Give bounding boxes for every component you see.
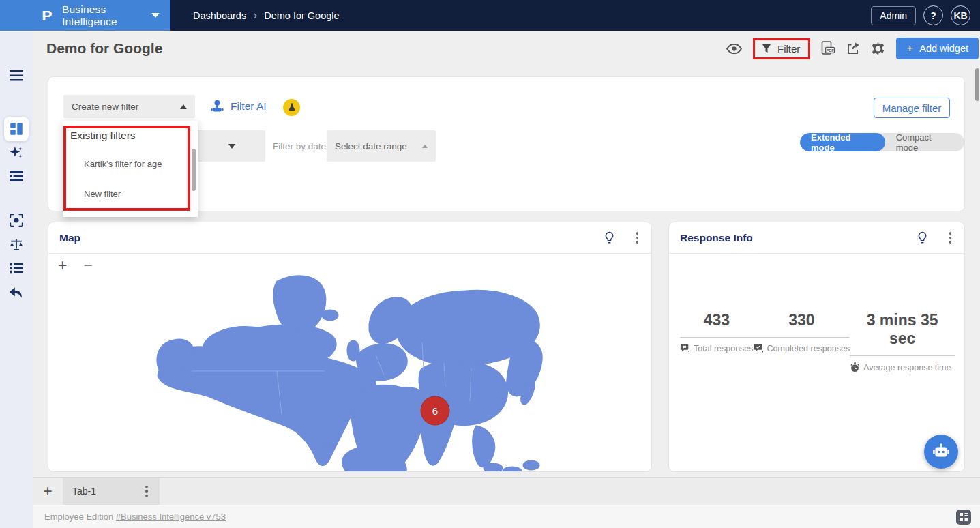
add-widget-label: Add widget: [919, 43, 968, 54]
stat-label: Average response time: [863, 363, 951, 372]
funnel-icon: [762, 44, 771, 53]
tab-1[interactable]: Tab-1: [63, 478, 160, 505]
mode-toggle: Extended mode Compact mode: [800, 133, 964, 151]
lightbulb-icon[interactable]: [917, 231, 927, 244]
response-info-header: Response Info: [669, 222, 964, 254]
sidebar-item-dashboards[interactable]: [4, 117, 29, 141]
flask-icon: [288, 103, 296, 112]
dashboard-toolbar: Demo for Google Filter PDF + Add widget: [33, 31, 980, 66]
tab-label: Tab-1: [72, 486, 96, 497]
add-widget-button[interactable]: + Add widget: [896, 38, 979, 59]
date-range-placeholder: Select date range: [335, 141, 407, 151]
filter-button-label: Filter: [777, 43, 800, 55]
header-actions: Admin ? KB: [871, 5, 970, 25]
plus-icon: +: [906, 42, 913, 55]
app-title: Business Intelligence: [62, 3, 151, 28]
date-range-select[interactable]: Select date range: [327, 130, 436, 162]
filter-ai-icon: [211, 100, 224, 113]
filter-by-date-label: Filter by date: [273, 130, 326, 162]
map-widget-header: Map: [48, 222, 651, 254]
stat-value: 433: [680, 311, 754, 338]
experiment-badge[interactable]: [283, 99, 300, 116]
world-map[interactable]: 6: [151, 267, 546, 472]
manage-filter-button[interactable]: Manage filter: [874, 98, 950, 118]
undo-arrow-icon: [10, 287, 23, 298]
preview-eye-icon[interactable]: [726, 44, 742, 54]
breadcrumb-current: Demo for Google: [264, 10, 339, 21]
sidebar: [0, 31, 33, 528]
map-greenland: [275, 277, 325, 332]
breadcrumb-dashboards[interactable]: Dashboards: [193, 10, 246, 21]
map-africa: [353, 386, 423, 472]
settings-gear-icon[interactable]: [871, 42, 885, 56]
lightbulb-icon[interactable]: [604, 231, 614, 244]
filter-button[interactable]: Filter: [753, 38, 810, 59]
chevron-down-icon: [228, 144, 235, 149]
dropdown-scrollbar[interactable]: [192, 149, 196, 191]
sidebar-item-ai[interactable]: [10, 145, 24, 160]
breadcrumb: Dashboards › Demo for Google: [193, 10, 340, 21]
edition-label: Employee Edition #Business Intelligence …: [44, 512, 226, 522]
export-pdf-icon[interactable]: PDF: [821, 41, 835, 56]
sidebar-item-scan[interactable]: [10, 214, 23, 227]
response-info-widget: Response Info 433 Total responses 330 Co…: [668, 222, 965, 472]
avatar[interactable]: KB: [951, 5, 970, 25]
stat-value: 3 mins 35 sec: [850, 311, 955, 356]
compact-mode-button[interactable]: Compact mode: [885, 133, 964, 151]
filter-ai-button[interactable]: Filter AI: [211, 100, 267, 113]
widget-grid-icon[interactable]: [956, 510, 971, 525]
map-europe: [358, 345, 406, 379]
bullet-list-icon: [10, 263, 23, 274]
dashboard-icon: [10, 122, 23, 136]
stat-label: Completed responses: [767, 344, 850, 353]
stat-label: Total responses: [694, 344, 754, 353]
scales-icon: [10, 238, 23, 252]
completed-bubble-icon: [754, 344, 764, 353]
sidebar-item-compare[interactable]: [10, 238, 23, 252]
sparkles-icon: [10, 145, 24, 160]
create-filter-placeholder: Create new filter: [72, 102, 138, 112]
page-title: Demo for Google: [46, 40, 162, 57]
robot-icon: [932, 442, 951, 461]
brand-logo-icon: P: [42, 8, 52, 24]
admin-button[interactable]: Admin: [871, 6, 916, 25]
map-widget-menu-icon[interactable]: [634, 230, 641, 246]
breadcrumb-separator-icon: ›: [253, 9, 257, 21]
dropdown-option-new-filter[interactable]: New filter: [84, 189, 121, 199]
add-tab-button[interactable]: +: [33, 478, 63, 505]
tab-menu-icon[interactable]: [143, 484, 150, 499]
extended-mode-button[interactable]: Extended mode: [800, 133, 885, 151]
create-filter-select[interactable]: Create new filter: [63, 95, 195, 118]
response-info-title: Response Info: [680, 232, 753, 244]
hamburger-menu-icon[interactable]: [10, 70, 23, 81]
share-icon[interactable]: [846, 42, 860, 55]
chevron-up-icon: [180, 104, 187, 109]
dropdown-group-label: Existing filters: [70, 130, 136, 142]
map-widget: Map + −: [48, 222, 652, 472]
stat-average-response-time: 3 mins 35 sec Average response time: [850, 311, 955, 372]
app-switcher[interactable]: P Business Intelligence: [0, 0, 170, 31]
existing-filters-dropdown: Existing filters Kartik's filter for age…: [63, 121, 198, 217]
caret-icon: [422, 145, 428, 148]
map-widget-title: Map: [59, 232, 80, 244]
chatbot-fab-button[interactable]: [924, 435, 958, 469]
map-cluster-marker[interactable]: 6: [421, 396, 449, 425]
tab-bar: + Tab-1: [33, 477, 980, 505]
sidebar-item-reports[interactable]: [10, 170, 23, 182]
help-button[interactable]: ?: [923, 5, 943, 25]
stat-value: 330: [754, 311, 850, 338]
map-zoom-in-button[interactable]: +: [58, 258, 67, 274]
response-info-menu-icon[interactable]: [947, 230, 954, 246]
svg-text:6: 6: [432, 405, 438, 417]
version-link[interactable]: #Business Intelligence v753: [116, 512, 226, 522]
sidebar-item-list[interactable]: [10, 263, 23, 274]
map-zoom-out-button[interactable]: −: [83, 258, 92, 274]
dropdown-option-kartiks-filter[interactable]: Kartik's filter for age: [84, 159, 162, 169]
responses-bubble-icon: [680, 344, 690, 353]
stopwatch-icon: [850, 362, 860, 372]
chevron-down-icon: [151, 13, 160, 18]
stat-total-responses: 433 Total responses: [680, 311, 754, 372]
sidebar-item-back[interactable]: [10, 287, 23, 298]
page-scrollbar[interactable]: [975, 68, 979, 101]
map-zoom-controls: + −: [58, 258, 93, 274]
